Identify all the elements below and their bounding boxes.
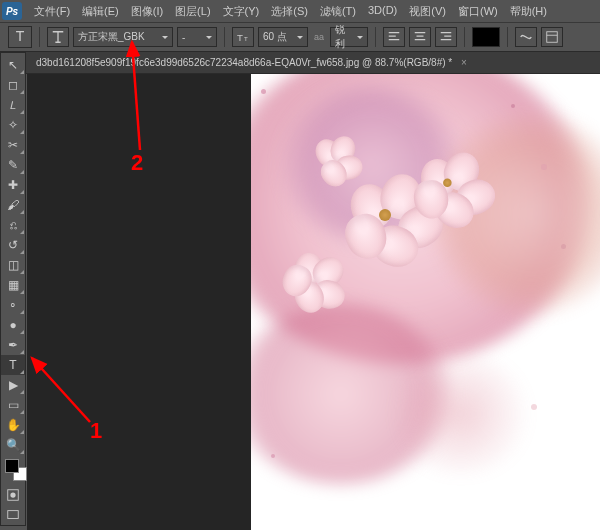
align-left-icon — [387, 30, 401, 44]
menu-item[interactable]: 滤镜(T) — [314, 1, 362, 22]
align-center-icon — [413, 30, 427, 44]
screen-mode-button[interactable] — [1, 505, 25, 525]
annotation-label-2: 2 — [131, 150, 143, 176]
font-size-dropdown[interactable]: 60 点 — [258, 27, 308, 47]
hand-tool[interactable]: ✋ — [1, 415, 25, 435]
healing-brush-tool[interactable]: ✚ — [1, 175, 25, 195]
document-tab[interactable]: d3bd161208f5e909f19fc6e3d99d6526c72234a8… — [28, 54, 475, 71]
menu-item[interactable]: 窗口(W) — [452, 1, 504, 22]
character-panel-button[interactable] — [541, 27, 563, 47]
ps-logo: Ps — [2, 2, 22, 20]
text-color-swatch[interactable] — [472, 27, 500, 47]
menu-item[interactable]: 选择(S) — [265, 1, 314, 22]
svg-text:T: T — [244, 35, 248, 42]
blur-tool[interactable]: ∘ — [1, 295, 25, 315]
lasso-tool[interactable]: 𝘓 — [1, 95, 25, 115]
options-bar: T 方正宋黑_GBK - TT 60 点 aa 锐利 — [0, 22, 600, 52]
move-tool[interactable]: ↖ — [1, 55, 25, 75]
color-swatches — [1, 455, 25, 485]
menu-item[interactable]: 图像(I) — [125, 1, 169, 22]
rectangle-tool[interactable]: ▭ — [1, 395, 25, 415]
quick-mask-button[interactable] — [1, 485, 25, 505]
zoom-tool[interactable]: 🔍 — [1, 435, 25, 455]
tab-close-button[interactable]: × — [461, 57, 467, 68]
pen-tool[interactable]: ✒ — [1, 335, 25, 355]
annotation-label-1: 1 — [90, 418, 102, 444]
text-orientation-button[interactable] — [47, 27, 69, 47]
svg-point-4 — [10, 492, 15, 497]
align-right-button[interactable] — [435, 27, 457, 47]
path-selection-tool[interactable]: ▶ — [1, 375, 25, 395]
align-left-button[interactable] — [383, 27, 405, 47]
menu-item[interactable]: 图层(L) — [169, 1, 216, 22]
canvas-area[interactable] — [27, 74, 600, 530]
document-tab-bar: d3bd161208f5e909f19fc6e3d99d6526c72234a8… — [0, 52, 600, 74]
marquee-tool[interactable]: ◻ — [1, 75, 25, 95]
font-size-icon-button[interactable]: TT — [232, 27, 254, 47]
svg-rect-2 — [547, 32, 558, 43]
text-direction-icon — [51, 30, 65, 44]
antialias-dropdown[interactable]: 锐利 — [330, 27, 368, 47]
menu-item[interactable]: 3D(D) — [362, 1, 403, 22]
eraser-tool[interactable]: ◫ — [1, 255, 25, 275]
menu-item[interactable]: 文件(F) — [28, 1, 76, 22]
menu-item[interactable]: 编辑(E) — [76, 1, 125, 22]
antialias-label: aa — [314, 32, 324, 42]
gradient-tool[interactable]: ▦ — [1, 275, 25, 295]
crop-tool[interactable]: ✂ — [1, 135, 25, 155]
menu-item[interactable]: 文字(Y) — [217, 1, 266, 22]
magic-wand-tool[interactable]: ✧ — [1, 115, 25, 135]
warp-icon — [519, 30, 533, 44]
svg-rect-5 — [8, 511, 19, 519]
menu-item[interactable]: 帮助(H) — [504, 1, 553, 22]
menu-item[interactable]: 视图(V) — [403, 1, 452, 22]
foreground-background-swatch[interactable] — [5, 459, 27, 481]
clone-stamp-tool[interactable]: ⎌ — [1, 215, 25, 235]
svg-text:T: T — [237, 32, 243, 43]
document-canvas[interactable] — [251, 74, 600, 530]
document-tab-title: d3bd161208f5e909f19fc6e3d99d6526c72234a8… — [36, 57, 452, 68]
screen-mode-icon — [6, 508, 20, 522]
brush-tool[interactable]: 🖌 — [1, 195, 25, 215]
align-right-icon — [439, 30, 453, 44]
font-style-dropdown[interactable]: - — [177, 27, 217, 47]
dodge-tool[interactable]: ● — [1, 315, 25, 335]
type-tool[interactable]: T — [1, 355, 25, 375]
history-brush-tool[interactable]: ↺ — [1, 235, 25, 255]
eyedropper-tool[interactable]: ✎ — [1, 155, 25, 175]
font-size-icon: TT — [236, 30, 250, 44]
artwork-image — [251, 74, 600, 530]
panel-icon — [545, 30, 559, 44]
menubar: Ps 文件(F)编辑(E)图像(I)图层(L)文字(Y)选择(S)滤镜(T)3D… — [0, 0, 600, 22]
current-tool-indicator[interactable]: T — [8, 26, 32, 48]
align-center-button[interactable] — [409, 27, 431, 47]
tools-panel: ↖◻𝘓✧✂✎✚🖌⎌↺◫▦∘●✒T▶▭✋🔍 — [0, 52, 26, 526]
warp-text-button[interactable] — [515, 27, 537, 47]
quick-mask-icon — [6, 488, 20, 502]
foreground-color-swatch[interactable] — [5, 459, 19, 473]
font-family-dropdown[interactable]: 方正宋黑_GBK — [73, 27, 173, 47]
